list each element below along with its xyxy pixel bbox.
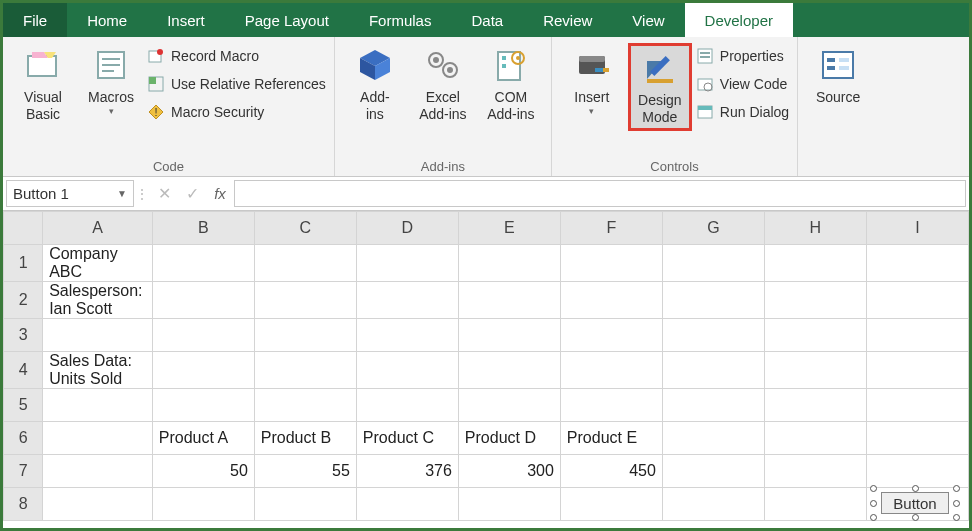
tab-developer[interactable]: Developer	[685, 3, 793, 37]
cell[interactable]: 376	[356, 455, 458, 488]
cancel-formula-button[interactable]: ✕	[150, 177, 178, 210]
tab-data[interactable]: Data	[451, 3, 523, 37]
column-header[interactable]: E	[458, 212, 560, 245]
cell[interactable]	[560, 282, 662, 319]
cell[interactable]	[152, 352, 254, 389]
tab-formulas[interactable]: Formulas	[349, 3, 452, 37]
name-box[interactable]: Button 1 ▼	[6, 180, 134, 207]
cell[interactable]	[866, 352, 968, 389]
resize-handle[interactable]	[870, 485, 877, 492]
cell[interactable]	[764, 245, 866, 282]
cell[interactable]	[43, 422, 153, 455]
cell[interactable]	[662, 352, 764, 389]
tab-insert[interactable]: Insert	[147, 3, 225, 37]
cell[interactable]	[560, 389, 662, 422]
cell[interactable]: Sales Data: Units Sold	[43, 352, 153, 389]
cell[interactable]	[662, 282, 764, 319]
cell[interactable]	[254, 488, 356, 521]
select-all-cell[interactable]	[4, 212, 43, 245]
cell[interactable]: 50	[152, 455, 254, 488]
cell[interactable]	[43, 319, 153, 352]
cell[interactable]: 450	[560, 455, 662, 488]
cell[interactable]	[866, 422, 968, 455]
insert-control-button[interactable]: Insert ▾	[560, 43, 624, 119]
cell[interactable]	[254, 352, 356, 389]
cell[interactable]	[662, 319, 764, 352]
cell[interactable]	[43, 488, 153, 521]
column-header[interactable]: I	[866, 212, 968, 245]
resize-handle[interactable]	[953, 514, 960, 521]
cell[interactable]	[458, 245, 560, 282]
cell[interactable]	[866, 245, 968, 282]
column-header[interactable]: H	[764, 212, 866, 245]
com-addins-button[interactable]: COM Add-ins	[479, 43, 543, 125]
addins-button[interactable]: Add- ins	[343, 43, 407, 125]
cell[interactable]	[152, 319, 254, 352]
cell[interactable]	[764, 455, 866, 488]
design-mode-button[interactable]: Design Mode	[628, 43, 692, 131]
row-header[interactable]: 8	[4, 488, 43, 521]
row-header[interactable]: 1	[4, 245, 43, 282]
cell[interactable]: Product B	[254, 422, 356, 455]
tab-review[interactable]: Review	[523, 3, 612, 37]
row-header[interactable]: 7	[4, 455, 43, 488]
cell[interactable]: Product D	[458, 422, 560, 455]
cell[interactable]	[152, 488, 254, 521]
form-button-selection[interactable]: Button	[873, 488, 957, 518]
resize-handle[interactable]	[953, 500, 960, 507]
cell[interactable]	[866, 319, 968, 352]
cell[interactable]	[662, 488, 764, 521]
resize-handle[interactable]	[953, 485, 960, 492]
cell[interactable]	[560, 488, 662, 521]
cell[interactable]	[254, 389, 356, 422]
spreadsheet-grid[interactable]: ABCDEFGHI1Company ABC2Salesperson: Ian S…	[3, 211, 969, 528]
cell[interactable]: 300	[458, 455, 560, 488]
cell[interactable]: Product A	[152, 422, 254, 455]
column-header[interactable]: A	[43, 212, 153, 245]
cell[interactable]	[866, 455, 968, 488]
cell[interactable]	[356, 245, 458, 282]
excel-addins-button[interactable]: Excel Add-ins	[411, 43, 475, 125]
cell[interactable]	[152, 245, 254, 282]
form-button[interactable]: Button	[881, 492, 949, 514]
resize-handle[interactable]	[912, 485, 919, 492]
cell[interactable]	[560, 319, 662, 352]
cell[interactable]	[356, 282, 458, 319]
cell[interactable]	[560, 245, 662, 282]
row-header[interactable]: 6	[4, 422, 43, 455]
cell[interactable]	[662, 455, 764, 488]
run-dialog-button[interactable]: Run Dialog	[696, 99, 789, 125]
cell[interactable]	[152, 282, 254, 319]
accept-formula-button[interactable]: ✓	[178, 177, 206, 210]
cell[interactable]	[560, 352, 662, 389]
cell[interactable]	[764, 488, 866, 521]
resize-handle[interactable]	[912, 514, 919, 521]
cell[interactable]	[254, 245, 356, 282]
macros-button[interactable]: Macros ▾	[79, 43, 143, 119]
cell[interactable]	[458, 319, 560, 352]
cell[interactable]: Company ABC	[43, 245, 153, 282]
cell[interactable]	[43, 455, 153, 488]
column-header[interactable]: G	[662, 212, 764, 245]
cell[interactable]	[356, 319, 458, 352]
tab-view[interactable]: View	[612, 3, 684, 37]
tab-home[interactable]: Home	[67, 3, 147, 37]
formula-input[interactable]	[234, 180, 966, 207]
tab-file[interactable]: File	[3, 3, 67, 37]
use-relative-references-button[interactable]: Use Relative References	[147, 71, 326, 97]
cell[interactable]	[764, 319, 866, 352]
row-header[interactable]: 4	[4, 352, 43, 389]
cell[interactable]	[662, 245, 764, 282]
column-header[interactable]: C	[254, 212, 356, 245]
cell[interactable]	[662, 422, 764, 455]
record-macro-button[interactable]: Record Macro	[147, 43, 326, 69]
cell[interactable]	[458, 352, 560, 389]
cell[interactable]	[152, 389, 254, 422]
row-header[interactable]: 2	[4, 282, 43, 319]
cell[interactable]	[866, 282, 968, 319]
cell[interactable]	[356, 488, 458, 521]
column-header[interactable]: B	[152, 212, 254, 245]
resize-handle[interactable]	[870, 500, 877, 507]
cell[interactable]: Product E	[560, 422, 662, 455]
cell[interactable]	[866, 389, 968, 422]
